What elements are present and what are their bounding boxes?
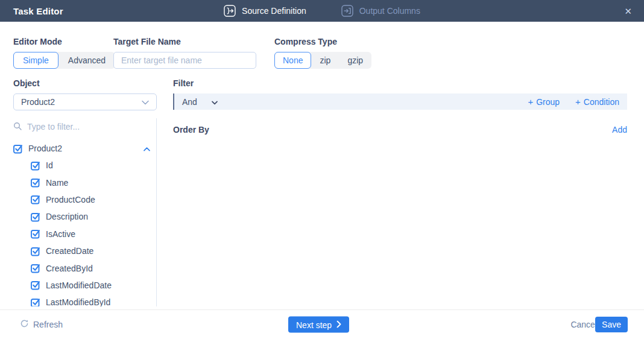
checkbox-checked-icon[interactable] xyxy=(31,263,41,273)
output-columns-icon xyxy=(341,5,353,17)
compress-type-toggle: None zip gzip xyxy=(274,52,371,69)
save-button[interactable]: Save xyxy=(595,317,628,332)
filter-label: Filter xyxy=(173,78,627,88)
refresh-icon xyxy=(20,319,29,330)
tree-filter-placeholder: Type to filter... xyxy=(27,122,80,131)
object-select[interactable]: Product2 xyxy=(13,93,157,110)
add-group-button[interactable]: + Group xyxy=(528,97,560,107)
tab-label: Source Definition xyxy=(242,6,306,16)
next-step-label: Next step xyxy=(296,320,332,329)
checkbox-checked-icon[interactable] xyxy=(31,246,41,256)
tree-field-label: CreatedDate xyxy=(46,246,93,256)
filter-section: Filter And + Group + Condition xyxy=(173,78,627,110)
editor-mode-field: Editor Mode Simple Advanced xyxy=(13,37,115,69)
order-by-section: Order By Add xyxy=(173,125,627,135)
target-file-name-field: Target File Name xyxy=(113,37,256,69)
tree-field-row[interactable]: CreatedDate xyxy=(31,242,156,259)
tree-field-label: Description xyxy=(46,212,88,221)
chevron-right-icon xyxy=(336,320,341,329)
source-definition-icon xyxy=(224,5,236,17)
checkbox-checked-icon[interactable] xyxy=(31,297,41,306)
checkbox-checked-icon[interactable] xyxy=(13,144,24,154)
tree-field-row[interactable]: LastModifiedDate xyxy=(31,277,156,294)
chevron-up-icon[interactable] xyxy=(144,143,150,154)
compress-type-field: Compress Type None zip gzip xyxy=(274,37,371,69)
tree-field-list: Id Name Produc xyxy=(13,157,156,306)
cancel-button[interactable]: Cancel xyxy=(570,320,597,329)
tree-field-row[interactable]: Description xyxy=(31,208,156,225)
tree-field-row[interactable]: Id xyxy=(31,157,156,174)
compress-option-none[interactable]: None xyxy=(274,52,311,69)
add-group-label: Group xyxy=(536,97,560,107)
search-icon xyxy=(13,122,22,132)
tree-field-row[interactable]: Name xyxy=(31,174,156,191)
checkbox-checked-icon[interactable] xyxy=(31,194,41,204)
compress-type-label: Compress Type xyxy=(274,37,371,46)
compress-option-zip[interactable]: zip xyxy=(311,52,339,69)
filter-operator-value: And xyxy=(182,97,197,107)
object-selected-value: Product2 xyxy=(21,97,55,107)
checkbox-checked-icon[interactable] xyxy=(31,160,41,171)
add-condition-button[interactable]: + Condition xyxy=(575,97,619,107)
editor-mode-toggle: Simple Advanced xyxy=(13,52,115,69)
tree-field-label: IsActive xyxy=(46,229,75,239)
checkbox-checked-icon[interactable] xyxy=(31,280,41,290)
tree-field-row[interactable]: CreatedById xyxy=(31,259,156,276)
filter-operator-select[interactable]: And xyxy=(182,97,218,107)
tree-field-row[interactable]: LastModifiedById xyxy=(31,294,156,306)
filter-bar: And + Group + Condition xyxy=(173,93,627,110)
editor-mode-label: Editor Mode xyxy=(13,37,115,46)
tab-label: Output Columns xyxy=(359,6,420,16)
tree-field-label: Id xyxy=(46,160,53,170)
editor-mode-option-advanced[interactable]: Advanced xyxy=(58,52,115,69)
field-tree-panel: Type to filter... Product2 xyxy=(13,118,157,306)
add-condition-label: Condition xyxy=(584,97,619,107)
checkbox-checked-icon[interactable] xyxy=(31,177,41,188)
chevron-down-icon xyxy=(142,97,149,107)
tree-field-row[interactable]: ProductCode xyxy=(31,191,156,208)
header-tabs: Source Definition Output Columns xyxy=(0,0,644,22)
editor-mode-option-simple[interactable]: Simple xyxy=(13,52,58,69)
tree-field-label: LastModifiedById xyxy=(46,297,110,306)
modal-footer: Refresh Next step Cancel Save xyxy=(0,309,644,339)
refresh-label: Refresh xyxy=(33,320,63,329)
checkbox-checked-icon[interactable] xyxy=(31,212,41,222)
tree-root-row[interactable]: Product2 xyxy=(13,140,156,157)
object-field: Object Product2 xyxy=(13,78,157,110)
checkbox-checked-icon[interactable] xyxy=(31,229,41,239)
tree-field-row[interactable]: IsActive xyxy=(31,226,156,242)
target-file-name-label: Target File Name xyxy=(113,37,256,46)
close-icon[interactable]: ✕ xyxy=(624,7,632,16)
refresh-button[interactable]: Refresh xyxy=(20,319,63,330)
plus-icon: + xyxy=(575,97,581,107)
tree-filter-input[interactable]: Type to filter... xyxy=(13,119,156,134)
modal-header: Task Editor Source Definition xyxy=(0,0,644,22)
tree-field-label: Name xyxy=(46,178,68,188)
target-file-name-input[interactable] xyxy=(113,52,256,69)
tab-source-definition[interactable]: Source Definition xyxy=(224,5,306,17)
order-by-add-button[interactable]: Add xyxy=(612,125,627,135)
tree-field-label: CreatedById xyxy=(46,264,93,273)
tree-root-label: Product2 xyxy=(28,144,62,153)
next-step-button[interactable]: Next step xyxy=(288,317,349,333)
tree-field-label: LastModifiedDate xyxy=(46,280,112,290)
tab-output-columns[interactable]: Output Columns xyxy=(341,5,420,17)
order-by-label: Order By xyxy=(173,125,209,135)
chevron-down-icon xyxy=(212,97,218,107)
plus-icon: + xyxy=(528,97,533,107)
compress-option-gzip[interactable]: gzip xyxy=(339,52,371,69)
tree-field-label: ProductCode xyxy=(46,195,95,204)
object-label: Object xyxy=(13,78,157,88)
